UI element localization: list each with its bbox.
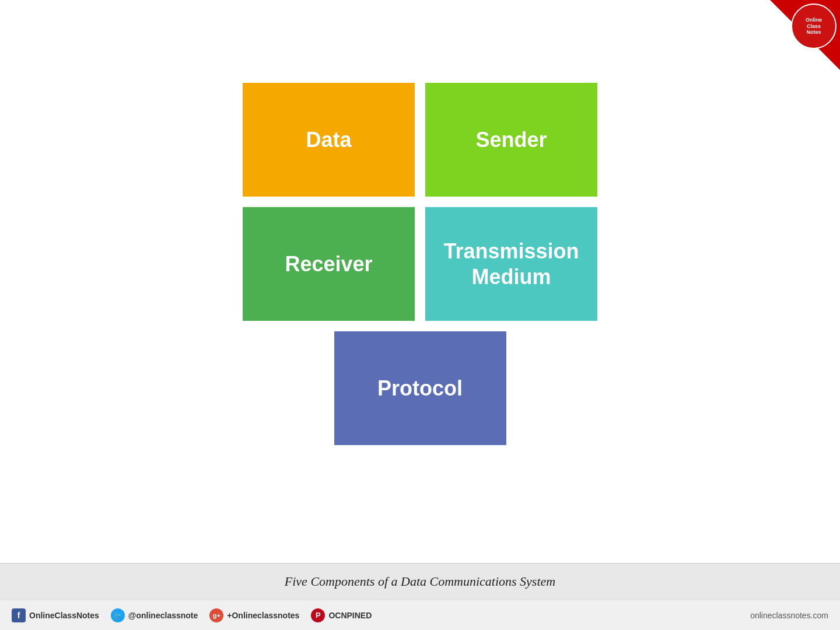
footer-googleplus[interactable]: g+ +Onlineclassnotes [209,608,299,622]
transmission-label: TransmissionMedium [443,239,579,289]
twitter-label: @onlineclassnote [128,611,198,620]
main-content: Data Sender Receiver TransmissionMedium … [0,0,840,563]
googleplus-icon: g+ [209,608,223,622]
pinterest-label: OCNPINED [328,611,372,620]
transmission-box: TransmissionMedium [425,207,597,321]
protocol-box: Protocol [334,331,506,445]
badge-circle: OnlineClassNotes [791,4,836,49]
facebook-label: OnlineClassNotes [29,611,99,620]
footer-twitter[interactable]: 🐦 @onlineclassnote [111,608,198,622]
website-text: onlineclassnotes.com [750,611,828,620]
footer-left: f OnlineClassNotes 🐦 @onlineclassnote g+… [12,608,372,622]
data-label: Data [306,127,351,152]
googleplus-label: +Onlineclassnotes [227,611,299,620]
caption-bar: Five Components of a Data Communications… [0,563,840,600]
sender-box: Sender [425,83,597,197]
data-box: Data [243,83,415,197]
footer-facebook[interactable]: f OnlineClassNotes [12,608,99,622]
pinterest-icon: P [311,608,325,622]
facebook-icon: f [12,608,26,622]
sender-label: Sender [475,127,547,152]
footer-pinterest[interactable]: P OCNPINED [311,608,372,622]
protocol-label: Protocol [377,376,463,401]
caption-text: Five Components of a Data Communications… [285,574,555,589]
boxes-grid: Data Sender Receiver TransmissionMedium [243,83,597,321]
corner-badge: OnlineClassNotes [770,0,840,70]
page-wrapper: OnlineClassNotes Data Sender Receiver Tr… [0,0,840,630]
receiver-box: Receiver [243,207,415,321]
footer-bar: f OnlineClassNotes 🐦 @onlineclassnote g+… [0,600,840,630]
protocol-wrapper: Protocol [243,331,597,445]
twitter-icon: 🐦 [111,608,125,622]
footer-website: onlineclassnotes.com [750,611,828,620]
receiver-label: Receiver [285,251,372,276]
